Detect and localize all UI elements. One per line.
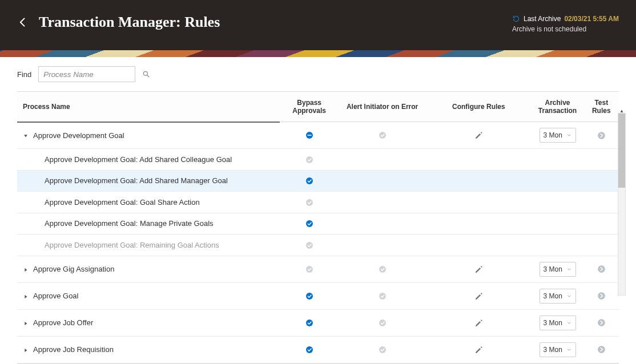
scroll-thumb[interactable] [618, 114, 625, 188]
goto-icon[interactable] [597, 130, 606, 139]
check-icon[interactable] [305, 292, 314, 300]
check-icon[interactable] [305, 197, 314, 206]
vertical-scrollbar[interactable]: ▲ [618, 113, 626, 296]
table-wrap: Process Name Bypass Approvals Alert Init… [0, 91, 636, 364]
archive-select-value: 3 Mon [544, 292, 562, 300]
archive-select[interactable]: 3 Mon [540, 262, 576, 277]
archive-select[interactable]: 3 Mon [540, 342, 576, 357]
last-archive-time: 02/03/21 5:55 AM [564, 14, 619, 24]
check-icon[interactable] [305, 176, 314, 185]
refresh-icon[interactable] [512, 15, 520, 23]
find-bar: Find [0, 57, 636, 91]
goto-icon[interactable] [597, 345, 606, 353]
col-archive-transaction[interactable]: Archive Transaction [531, 92, 583, 122]
page-title: Transaction Manager: Rules [39, 14, 220, 31]
edit-icon[interactable] [474, 345, 483, 354]
archive-schedule-msg: Archive is not scheduled [512, 24, 619, 34]
search-icon[interactable] [142, 70, 150, 78]
process-name-cell: Approve Development Goal: Add Shared Col… [45, 155, 232, 164]
goto-icon[interactable] [597, 318, 606, 326]
archive-select[interactable]: 3 Mon [540, 289, 576, 304]
last-archive-label: Last Archive [524, 14, 561, 24]
archive-select-value: 3 Mon [544, 319, 562, 327]
process-name-cell: Approve Job Offer [33, 318, 93, 327]
expand-icon[interactable] [23, 292, 30, 300]
find-input[interactable] [38, 66, 135, 82]
table-row[interactable]: Approve Development Goal: Manage Private… [17, 213, 619, 234]
process-name-cell: Approve Development Goal: Manage Private… [45, 219, 214, 228]
minus-icon[interactable] [305, 131, 314, 139]
table-row[interactable]: Approve Job Requisition3 Mon [17, 336, 619, 363]
check-icon[interactable] [305, 155, 314, 163]
process-name-cell: Approve Gig Assignation [33, 265, 114, 273]
chevron-down-icon [566, 132, 572, 138]
col-configure-rules[interactable]: Configure Rules [426, 92, 531, 122]
rules-table: Process Name Bypass Approvals Alert Init… [17, 91, 619, 364]
archive-info: Last Archive 02/03/21 5:55 AM Archive is… [512, 14, 619, 34]
check-icon[interactable] [305, 265, 314, 273]
edit-icon[interactable] [474, 131, 483, 139]
table-row[interactable]: Approve Development Goal3 Mon [17, 122, 619, 149]
expand-icon[interactable] [23, 265, 30, 273]
page-header: Transaction Manager: Rules Last Archive … [0, 0, 636, 50]
chevron-down-icon [566, 320, 572, 326]
process-name-cell: Approve Development Goal: Add Shared Man… [45, 176, 228, 185]
archive-select[interactable]: 3 Mon [540, 316, 576, 330]
back-button[interactable] [17, 15, 29, 30]
find-label: Find [17, 70, 31, 79]
check-icon[interactable] [378, 265, 387, 273]
scroll-up-arrow[interactable]: ▲ [618, 108, 625, 114]
goto-icon[interactable] [597, 291, 606, 300]
archive-select-value: 3 Mon [544, 131, 562, 139]
archive-select-value: 3 Mon [544, 346, 562, 354]
chevron-down-icon [566, 266, 572, 272]
check-icon[interactable] [378, 318, 387, 327]
table-header-row: Process Name Bypass Approvals Alert Init… [17, 92, 619, 122]
collapse-icon[interactable] [23, 131, 30, 140]
table-row[interactable]: Approve Gig Assignation3 Mon [17, 256, 619, 282]
process-name-cell: Approve Development Goal: Goal Share Act… [45, 198, 200, 207]
check-icon[interactable] [378, 345, 387, 354]
table-row[interactable]: Approve Development Goal: Add Shared Col… [17, 149, 619, 171]
process-name-cell: Approve Development Goal [33, 131, 124, 140]
col-bypass-approvals[interactable]: Bypass Approvals [280, 92, 338, 122]
table-row[interactable]: Approve Development Goal: Remaining Goal… [17, 234, 619, 256]
expand-icon[interactable] [23, 345, 30, 354]
process-name-cell: Approve Goal [33, 292, 79, 300]
header-left: Transaction Manager: Rules [17, 14, 220, 31]
decorative-band [0, 50, 636, 57]
table-row[interactable]: Approve Job Offer3 Mon [17, 309, 619, 336]
edit-icon[interactable] [474, 318, 483, 327]
table-row[interactable]: Approve Development Goal: Goal Share Act… [17, 192, 619, 213]
chevron-down-icon [566, 347, 572, 353]
edit-icon[interactable] [474, 265, 483, 273]
col-test-rules[interactable]: Test Rules [584, 92, 619, 122]
goto-icon[interactable] [597, 264, 606, 273]
process-name-cell: Approve Job Requisition [33, 345, 114, 354]
chevron-down-icon [566, 293, 572, 299]
check-icon[interactable] [378, 131, 387, 139]
check-icon[interactable] [305, 240, 314, 249]
expand-icon[interactable] [23, 318, 30, 327]
table-row[interactable]: Approve Goal3 Mon [17, 282, 619, 309]
edit-icon[interactable] [474, 292, 483, 300]
table-row[interactable]: Approve Development Goal: Add Shared Man… [17, 170, 619, 192]
check-icon[interactable] [378, 292, 387, 300]
archive-select[interactable]: 3 Mon [540, 128, 576, 143]
process-name-cell: Approve Development Goal: Remaining Goal… [45, 241, 219, 249]
check-icon[interactable] [305, 219, 314, 228]
col-process-name[interactable]: Process Name [17, 92, 280, 122]
check-icon[interactable] [305, 345, 314, 354]
col-alert-initiator[interactable]: Alert Initiator on Error [339, 92, 426, 122]
check-icon[interactable] [305, 318, 314, 327]
archive-select-value: 3 Mon [544, 265, 562, 273]
